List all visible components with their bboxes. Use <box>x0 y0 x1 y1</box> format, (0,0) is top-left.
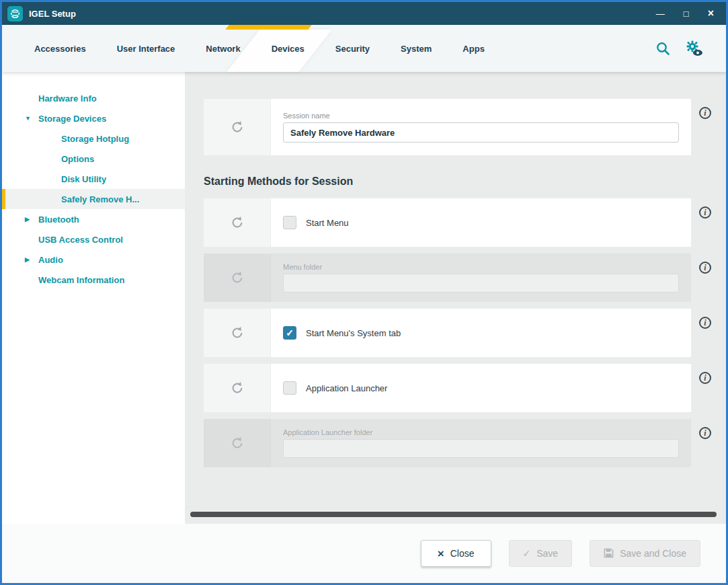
horizontal-scrollbar[interactable] <box>190 512 717 517</box>
setting-row-menu-folder: Menu folder i <box>204 254 719 302</box>
tab-apps[interactable]: Apps <box>462 25 485 72</box>
info-icon[interactable]: i <box>699 206 711 219</box>
footer-button-bar: × Close ✓ Save Save and Close <box>2 524 726 583</box>
igel-setup-window: IGEL Setup — □ × Accessories User Interf… <box>0 0 728 585</box>
tab-label: Security <box>335 44 370 54</box>
save-button[interactable]: ✓ Save <box>509 540 573 567</box>
tab-label: Apps <box>462 44 485 54</box>
reset-button <box>204 254 271 302</box>
window-controls: — □ × <box>656 8 714 19</box>
reset-button[interactable] <box>204 364 271 412</box>
sidebar-item-label: Safely Remove H... <box>61 194 139 204</box>
session-name-label: Session name <box>283 112 679 120</box>
reset-button[interactable] <box>204 99 271 155</box>
sidebar-item-hardware-info[interactable]: Hardware Info <box>2 88 185 108</box>
close-button[interactable]: × Close <box>421 540 491 567</box>
setting-row-start-menu: ✓ Start Menu i <box>204 198 719 247</box>
save-and-close-button[interactable]: Save and Close <box>590 540 700 567</box>
settings-panel: Session name Safely Remove Hardware i St… <box>185 72 726 524</box>
tab-label: User Interface <box>117 44 175 54</box>
application-launcher-checkbox[interactable]: ✓ <box>283 381 296 395</box>
application-launcher-folder-input <box>283 439 679 458</box>
session-name-row: Session name Safely Remove Hardware i <box>204 99 719 155</box>
reset-button[interactable] <box>204 198 271 247</box>
sidebar-item-label: USB Access Control <box>38 235 123 245</box>
check-icon: ✓ <box>286 328 294 338</box>
search-icon[interactable] <box>655 40 671 56</box>
session-name-input[interactable]: Safely Remove Hardware <box>283 122 679 143</box>
chevron-right-icon[interactable]: ▶ <box>25 216 30 223</box>
sidebar-item-safely-remove-hardware[interactable]: Safely Remove H... <box>2 189 185 209</box>
maximize-button[interactable]: □ <box>684 9 689 18</box>
checkbox-label: Application Launcher <box>306 383 387 393</box>
floppy-disk-icon <box>604 548 614 559</box>
tab-label: System <box>401 44 432 54</box>
section-title: Starting Methods for Session <box>204 176 719 188</box>
chevron-right-icon[interactable]: ▶ <box>25 256 30 263</box>
igel-logo-icon <box>7 6 23 22</box>
save-and-close-button-label: Save and Close <box>620 548 686 559</box>
sidebar-item-usb-access-control[interactable]: USB Access Control <box>2 229 185 249</box>
checkbox-label: Start Menu <box>306 218 349 228</box>
sidebar-item-bluetooth[interactable]: ▶ Bluetooth <box>2 209 185 229</box>
sidebar: Hardware Info ▼ Storage Devices Storage … <box>2 72 185 524</box>
sidebar-item-audio[interactable]: ▶ Audio <box>2 249 185 270</box>
tab-user-interface[interactable]: User Interface <box>117 25 175 72</box>
sidebar-item-label: Webcam Information <box>38 275 124 285</box>
info-icon[interactable]: i <box>699 317 711 329</box>
info-icon[interactable]: i <box>699 107 711 119</box>
tab-devices[interactable]: Devices <box>272 25 305 72</box>
tab-security[interactable]: Security <box>335 25 370 72</box>
sidebar-item-label: Storage Hotplug <box>61 134 129 144</box>
chevron-down-icon[interactable]: ▼ <box>25 115 31 122</box>
setting-row-application-launcher-folder: Application Launcher folder i <box>204 419 719 467</box>
window-close-button[interactable]: × <box>708 8 714 19</box>
sidebar-item-label: Audio <box>38 255 63 265</box>
titlebar: IGEL Setup — □ × <box>2 2 726 25</box>
menu-folder-label: Menu folder <box>283 263 679 271</box>
sidebar-item-label: Options <box>61 154 94 164</box>
reset-button[interactable] <box>204 309 271 357</box>
setting-row-application-launcher: ✓ Application Launcher i <box>204 364 719 412</box>
start-menu-checkbox[interactable]: ✓ <box>283 216 296 229</box>
tab-label: Network <box>206 44 240 54</box>
sidebar-item-label: Bluetooth <box>38 214 79 225</box>
check-icon: ✓ <box>523 549 531 558</box>
application-launcher-folder-label: Application Launcher folder <box>283 428 679 436</box>
system-tab-checkbox[interactable]: ✓ <box>283 326 296 340</box>
sidebar-item-disk-utility[interactable]: Disk Utility <box>2 169 185 189</box>
tab-accessories[interactable]: Accessories <box>34 25 86 72</box>
settings-gear-eye-icon[interactable] <box>684 40 703 57</box>
reset-button <box>204 419 271 467</box>
info-icon[interactable]: i <box>699 427 711 439</box>
tab-label: Accessories <box>34 44 86 54</box>
checkbox-label: Start Menu's System tab <box>306 328 401 338</box>
session-name-card: Session name Safely Remove Hardware <box>204 99 691 155</box>
save-button-label: Save <box>536 548 558 559</box>
info-icon[interactable]: i <box>699 372 711 384</box>
menu-folder-input <box>283 274 679 292</box>
close-x-icon: × <box>438 548 444 559</box>
tab-bar: Accessories User Interface Network Devic… <box>2 25 726 72</box>
tab-system[interactable]: System <box>401 25 432 72</box>
sidebar-item-label: Disk Utility <box>61 174 106 184</box>
info-icon[interactable]: i <box>699 262 711 274</box>
setting-row-start-menu-system-tab: ✓ Start Menu's System tab i <box>204 309 719 357</box>
main-area: Hardware Info ▼ Storage Devices Storage … <box>2 72 726 524</box>
sidebar-item-label: Storage Devices <box>38 114 106 124</box>
sidebar-item-storage-devices[interactable]: ▼ Storage Devices <box>2 108 185 128</box>
tabbar-icons <box>655 40 726 57</box>
minimize-button[interactable]: — <box>656 9 665 18</box>
sidebar-item-label: Hardware Info <box>38 93 97 104</box>
window-title: IGEL Setup <box>29 9 650 19</box>
sidebar-item-storage-hotplug[interactable]: Storage Hotplug <box>2 128 185 149</box>
sidebar-item-webcam-information[interactable]: Webcam Information <box>2 270 185 290</box>
tab-label: Devices <box>272 44 305 54</box>
sidebar-item-options[interactable]: Options <box>2 149 185 169</box>
close-button-label: Close <box>450 548 475 559</box>
